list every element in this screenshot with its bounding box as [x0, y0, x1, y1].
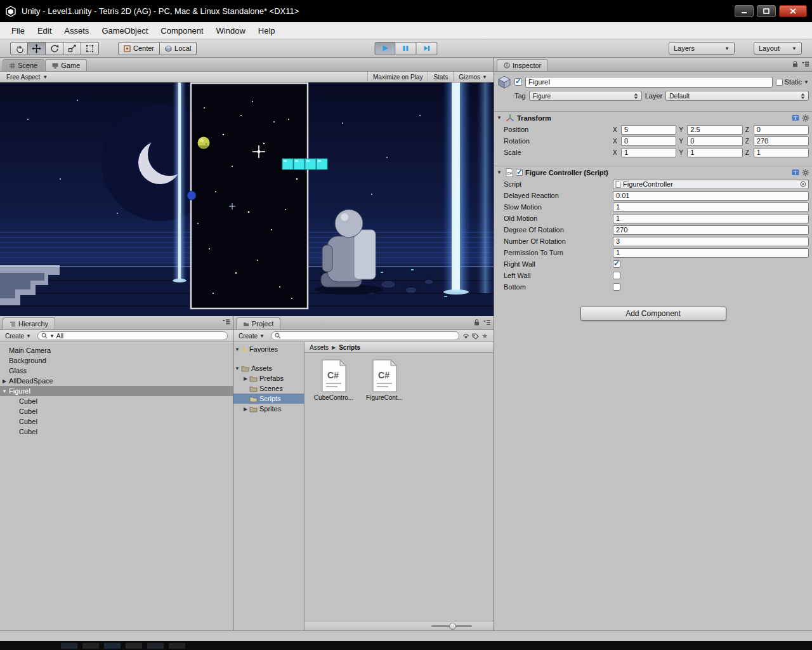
menu-component[interactable]: Component [154, 23, 209, 38]
open-asset-icon[interactable] [462, 333, 469, 340]
project-search-input[interactable] [271, 331, 459, 340]
panel-menu-icon[interactable] [801, 61, 809, 67]
menu-help[interactable]: Help [252, 23, 282, 38]
pivot-center-button[interactable]: Center [118, 42, 160, 55]
game-viewport[interactable] [0, 83, 494, 316]
panel-menu-icon[interactable] [222, 319, 230, 325]
tree-item-prefabs[interactable]: ▶ Prefabs [233, 373, 304, 383]
breadcrumb-assets[interactable]: Assets [310, 344, 329, 351]
rotation-z-field[interactable]: 270 [754, 136, 809, 146]
maximize-button[interactable] [757, 5, 776, 17]
active-checkbox[interactable] [514, 78, 522, 86]
hierarchy-item-background[interactable]: Background [0, 355, 233, 366]
tab-hierarchy[interactable]: Hierarchy [3, 317, 55, 329]
close-button[interactable] [779, 5, 807, 17]
hierarchy-item-alldeadspace[interactable]: ▶AllDeadSpace [0, 376, 233, 386]
hierarchy-create-button[interactable]: Create ▼ [2, 331, 34, 341]
gizmos-dropdown[interactable]: Gizmos▼ [453, 72, 492, 82]
tree-item-favorites[interactable]: ▼ ★ Favorites [233, 344, 304, 354]
tab-project[interactable]: Project [236, 317, 280, 329]
fold-right-icon[interactable]: ▶ [242, 376, 249, 381]
hierarchy-search-input[interactable]: ▼ All [37, 331, 228, 340]
rotation-x-field[interactable]: 0 [621, 136, 676, 146]
object-picker-icon[interactable] [800, 181, 806, 187]
menu-window[interactable]: Window [210, 23, 252, 38]
fold-down-icon[interactable]: ▼ [497, 115, 503, 121]
scale-tool-button[interactable] [63, 42, 81, 55]
stats-toggle[interactable]: Stats [428, 72, 453, 82]
degree-of-rotation-field[interactable]: 270 [613, 225, 809, 235]
help-book-icon[interactable] [792, 114, 799, 121]
bottom-checkbox[interactable] [613, 283, 620, 291]
static-dropdown-icon[interactable]: ▼ [804, 79, 809, 85]
fold-down-icon[interactable]: ▼ [0, 388, 9, 394]
layer-dropdown[interactable]: Default [665, 91, 809, 101]
taskbar-item[interactable] [104, 643, 121, 649]
script-object-field[interactable]: FigureController [613, 180, 809, 189]
pause-button[interactable] [396, 42, 417, 55]
space-local-button[interactable]: Local [160, 42, 197, 55]
label-icon[interactable] [472, 333, 479, 340]
lock-icon[interactable] [474, 319, 480, 326]
fold-right-icon[interactable]: ▶ [242, 406, 249, 412]
tab-inspector[interactable]: Inspector [497, 59, 548, 71]
lock-icon[interactable] [792, 60, 798, 67]
static-checkbox[interactable] [776, 79, 783, 86]
rotation-y-field[interactable]: 0 [687, 136, 742, 146]
position-y-field[interactable]: 2.5 [687, 125, 742, 135]
fold-down-icon[interactable]: ▼ [233, 347, 241, 352]
taskbar-item[interactable] [126, 643, 142, 649]
hierarchy-item-cubei-1[interactable]: CubeI [0, 396, 233, 406]
help-book-icon[interactable] [792, 169, 799, 176]
position-z-field[interactable]: 0 [754, 125, 809, 135]
tree-item-scenes[interactable]: Scenes [233, 383, 304, 394]
slider-thumb[interactable] [449, 623, 456, 630]
tree-item-assets[interactable]: ▼ Assets [233, 363, 304, 373]
minimize-button[interactable] [735, 5, 754, 17]
thumbnail-zoom-slider[interactable] [431, 625, 472, 627]
layout-dropdown[interactable]: Layout ▼ [754, 42, 802, 55]
project-create-button[interactable]: Create ▼ [235, 331, 268, 341]
permission-to-turn-field[interactable]: 1 [613, 248, 809, 258]
play-button[interactable] [375, 42, 396, 55]
gear-icon[interactable] [802, 114, 809, 122]
taskbar-item[interactable] [82, 643, 99, 649]
favorite-star-icon[interactable]: ★ [481, 332, 488, 340]
hierarchy-item-cubei-4[interactable]: CubeI [0, 427, 233, 437]
delayed-reaction-field[interactable]: 0.01 [613, 191, 809, 201]
tree-item-sprites[interactable]: ▶ Sprites [233, 404, 304, 414]
tag-dropdown[interactable]: Figure [529, 91, 642, 101]
tab-game[interactable]: Game [45, 59, 87, 71]
tree-item-scripts[interactable]: Scripts [233, 394, 304, 404]
tab-scene[interactable]: Scene [3, 59, 44, 71]
maximize-on-play-toggle[interactable]: Maximize on Play [367, 72, 428, 82]
taskbar-item[interactable] [147, 643, 164, 649]
fold-right-icon[interactable]: ▶ [0, 378, 9, 384]
breadcrumb-scripts[interactable]: Scripts [339, 344, 360, 351]
menu-gameobject[interactable]: GameObject [95, 23, 154, 38]
rect-tool-button[interactable] [81, 42, 99, 55]
menu-file[interactable]: File [5, 23, 31, 38]
right-wall-checkbox[interactable] [613, 260, 620, 268]
hierarchy-item-cubei-3[interactable]: CubeI [0, 416, 233, 427]
position-x-field[interactable]: 5 [621, 125, 676, 135]
panel-menu-icon[interactable] [483, 319, 491, 326]
aspect-dropdown[interactable]: Free Aspect ▼ [1, 74, 53, 81]
scale-z-field[interactable]: 1 [754, 148, 809, 157]
figure-controller-header[interactable]: ▼ C# Figure Controller (Script) [494, 166, 812, 178]
hierarchy-item-figurei[interactable]: ▼FigureI [0, 386, 233, 396]
hierarchy-item-glass[interactable]: Glass [0, 366, 233, 376]
file-figurecontroller[interactable]: C# FigureCont... [364, 359, 405, 401]
transform-header[interactable]: ▼ Transform [494, 112, 812, 124]
gameobject-name-field[interactable]: FigureI [525, 77, 773, 88]
layers-dropdown[interactable]: Layers ▼ [669, 42, 735, 55]
hand-tool-button[interactable] [10, 42, 28, 55]
menu-edit[interactable]: Edit [31, 23, 58, 38]
add-component-button[interactable]: Add Component [580, 307, 726, 321]
gear-icon[interactable] [802, 169, 809, 176]
scale-x-field[interactable]: 1 [621, 148, 676, 157]
hierarchy-item-cubei-2[interactable]: CubeI [0, 406, 233, 416]
taskbar-item[interactable] [61, 643, 77, 649]
taskbar-item[interactable] [169, 643, 185, 649]
fold-down-icon[interactable]: ▼ [233, 366, 241, 371]
